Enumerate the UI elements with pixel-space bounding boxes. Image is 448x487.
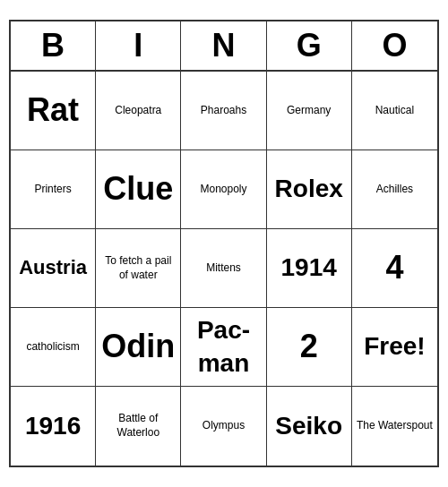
cell-10: Austria: [11, 229, 96, 308]
header-letter-i: I: [96, 21, 181, 70]
bingo-grid: RatCleopatraPharoahsGermanyNauticalPrint…: [11, 72, 437, 466]
cell-1: Cleopatra: [96, 72, 181, 150]
cell-3: Germany: [267, 72, 352, 150]
cell-18: 2: [267, 308, 352, 387]
bingo-header: BINGO: [11, 21, 437, 72]
cell-5: Printers: [11, 150, 96, 229]
cell-2: Pharoahs: [181, 72, 266, 150]
cell-13: 1914: [267, 229, 352, 308]
cell-23: Seiko: [267, 387, 352, 466]
header-letter-b: B: [11, 21, 96, 70]
cell-15: catholicism: [11, 308, 96, 387]
cell-6: Clue: [96, 150, 181, 229]
header-letter-n: N: [181, 21, 266, 70]
cell-0: Rat: [11, 72, 96, 150]
cell-11: To fetch a pail of water: [96, 229, 181, 308]
cell-20: 1916: [11, 387, 96, 466]
bingo-card: BINGO RatCleopatraPharoahsGermanyNautica…: [9, 20, 439, 467]
cell-9: Achilles: [352, 150, 437, 229]
cell-22: Olympus: [181, 387, 266, 466]
cell-14: 4: [352, 229, 437, 308]
header-letter-g: G: [267, 21, 352, 70]
cell-17: Pac-man: [181, 308, 266, 387]
header-letter-o: O: [352, 21, 437, 70]
cell-8: Rolex: [267, 150, 352, 229]
cell-16: Odin: [96, 308, 181, 387]
cell-19: Free!: [352, 308, 437, 387]
cell-24: The Waterspout: [352, 387, 437, 466]
cell-12: Mittens: [181, 229, 266, 308]
cell-21: Battle of Waterloo: [96, 387, 181, 466]
cell-7: Monopoly: [181, 150, 266, 229]
cell-4: Nautical: [352, 72, 437, 150]
